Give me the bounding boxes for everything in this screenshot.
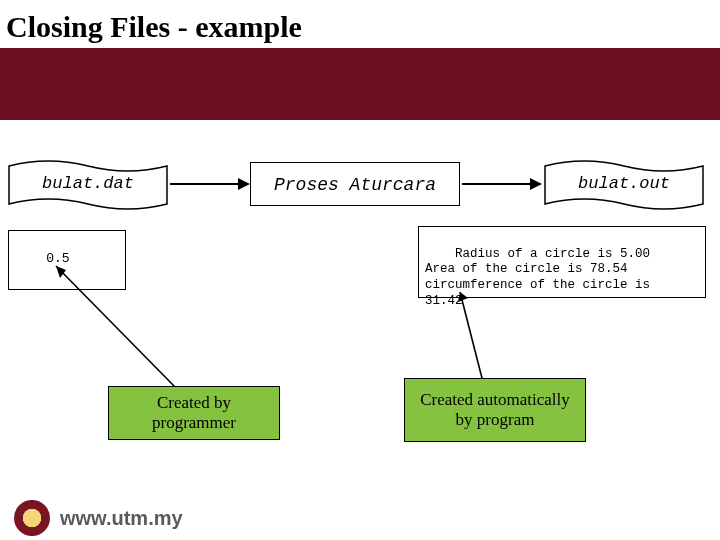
footer: www.utm.my [0,496,720,540]
arrow-process-to-output [462,183,530,185]
title-bar: Closing Files - example [0,0,720,120]
arrow-left-label [46,260,206,390]
arrow-process-to-output-head [530,178,542,190]
label-right-text: Created automatically by program [413,390,577,431]
svg-marker-3 [458,292,468,302]
utm-logo-icon [14,500,50,536]
slide-title: Closing Files - example [6,10,302,44]
diagram-area: bulat.dat Proses Aturcara bulat.out 0.5 … [6,150,714,450]
output-file-shape: bulat.out [544,160,704,210]
arrow-input-to-process [170,183,238,185]
label-created-by-programmer: Created by programmer [108,386,280,440]
arrow-input-to-process-head [238,178,250,190]
svg-line-2 [460,292,484,386]
process-box: Proses Aturcara [250,162,460,206]
input-file-shape: bulat.dat [8,160,168,210]
label-left-text: Created by programmer [117,393,271,434]
svg-line-0 [56,266,176,388]
output-file-label: bulat.out [544,160,704,208]
input-file-label: bulat.dat [8,160,168,208]
svg-marker-1 [56,266,66,278]
footer-url: www.utm.my [60,507,183,530]
process-label: Proses Aturcara [274,175,436,195]
label-created-by-program: Created automatically by program [404,378,586,442]
header-band [0,48,720,120]
